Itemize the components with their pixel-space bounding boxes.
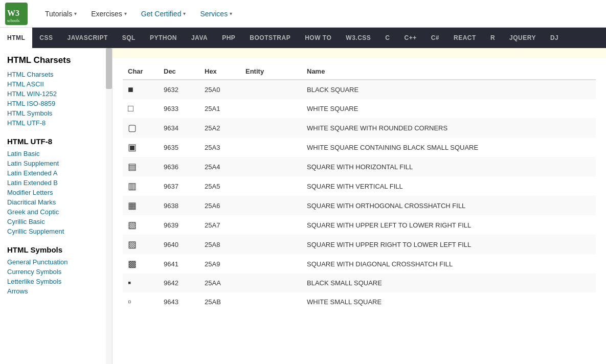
sidebar-link-html-ascii[interactable]: HTML ASCII — [7, 79, 112, 89]
cell-dec: 9637 — [159, 176, 199, 196]
sidebar-link-latin-supplement[interactable]: Latin Supplement — [7, 158, 112, 168]
table-row: ■963225A0BLACK SQUARE — [123, 80, 596, 99]
cell-dec: 9636 — [159, 157, 199, 176]
sidebar-link-currency-symbols[interactable]: Currency Symbols — [7, 267, 112, 277]
cell-entity — [240, 274, 302, 292]
cell-entity — [240, 254, 302, 274]
cell-name: WHITE SQUARE — [302, 99, 596, 118]
cell-name: WHITE SQUARE WITH ROUNDED CORNERS — [302, 118, 596, 138]
content-area: Char Dec Hex Entity Name ■963225A0BLACK … — [113, 48, 606, 364]
sec-nav-php[interactable]: PHP — [215, 28, 242, 48]
sidebar-link-html-win1252[interactable]: HTML WIN-1252 — [7, 89, 112, 99]
sec-nav-jquery[interactable]: JQUERY — [502, 28, 543, 48]
cell-hex: 25AA — [199, 274, 240, 292]
char-table: Char Dec Hex Entity Name ■963225A0BLACK … — [123, 63, 596, 311]
cell-hex: 25A6 — [199, 196, 240, 215]
cell-dec: 9633 — [159, 99, 199, 118]
sec-nav-react[interactable]: REACT — [446, 28, 483, 48]
cell-entity — [240, 138, 302, 157]
sec-nav-javascript[interactable]: JAVASCRIPT — [60, 28, 115, 48]
sidebar-link-cyrillic-supplement[interactable]: Cyrillic Supplement — [7, 226, 112, 236]
sidebar-link-general-punctuation[interactable]: General Punctuation — [7, 257, 112, 267]
cell-char: ▩ — [123, 254, 159, 274]
sec-nav-html[interactable]: HTML — [0, 28, 32, 48]
sec-nav-sql[interactable]: SQL — [115, 28, 143, 48]
col-header-entity: Entity — [240, 63, 302, 80]
content-header-bar — [113, 48, 606, 58]
sidebar-section-symbols-title: HTML Symbols — [7, 245, 112, 254]
sidebar-link-diacritical-marks[interactable]: Diacritical Marks — [7, 197, 112, 207]
cell-entity — [240, 215, 302, 235]
cell-char: ▪ — [123, 274, 159, 292]
cell-entity — [240, 292, 302, 311]
cell-hex: 25A9 — [199, 254, 240, 274]
sidebar-link-arrows[interactable]: Arrows — [7, 286, 112, 296]
sidebar-link-html-utf8[interactable]: HTML UTF-8 — [7, 118, 112, 128]
cell-entity — [240, 157, 302, 176]
cell-char: ■ — [123, 80, 159, 99]
sec-nav-w3css[interactable]: W3.CSS — [339, 28, 378, 48]
sec-nav-r[interactable]: R — [483, 28, 502, 48]
sec-nav-java[interactable]: JAVA — [184, 28, 215, 48]
scrollbar-track[interactable] — [106, 48, 112, 364]
cell-dec: 9640 — [159, 235, 199, 254]
cell-name: BLACK SQUARE — [302, 80, 596, 99]
sec-nav-c[interactable]: C — [378, 28, 397, 48]
cell-entity — [240, 99, 302, 118]
sidebar-link-greek-coptic[interactable]: Greek and Coptic — [7, 207, 112, 217]
sidebar-link-cyrillic-basic[interactable]: Cyrillic Basic — [7, 217, 112, 226]
sec-nav-howto[interactable]: HOW TO — [298, 28, 339, 48]
table-row: ▣963525A3WHITE SQUARE CONTAINING BLACK S… — [123, 138, 596, 157]
sidebar-link-letterlike-symbols[interactable]: Letterlike Symbols — [7, 277, 112, 286]
nav-get-certified[interactable]: Get Certified ▾ — [134, 0, 193, 28]
cell-dec: 9639 — [159, 215, 199, 235]
caret-icon: ▾ — [74, 0, 77, 28]
cell-name: SQUARE WITH HORIZONTAL FILL — [302, 157, 596, 176]
sec-nav-dj[interactable]: DJ — [543, 28, 566, 48]
sidebar-link-html-symbols[interactable]: HTML Symbols — [7, 108, 112, 118]
sidebar-link-latin-basic[interactable]: Latin Basic — [7, 149, 112, 158]
sec-nav-cpp[interactable]: C++ — [397, 28, 424, 48]
cell-hex: 25A1 — [199, 99, 240, 118]
scrollbar-thumb[interactable] — [106, 48, 112, 89]
sidebar-section-utf8-title: HTML UTF-8 — [7, 137, 112, 146]
svg-text:schools: schools — [7, 18, 19, 23]
table-row: ▤963625A4SQUARE WITH HORIZONTAL FILL — [123, 157, 596, 176]
cell-char: ▤ — [123, 157, 159, 176]
cell-entity — [240, 235, 302, 254]
sidebar-link-modifier-letters[interactable]: Modifier Letters — [7, 188, 112, 197]
nav-exercises[interactable]: Exercises ▾ — [84, 0, 134, 28]
table-row: ▫964325ABWHITE SMALL SQUARE — [123, 292, 596, 311]
caret-icon: ▾ — [124, 0, 127, 28]
sidebar-link-html-iso8859[interactable]: HTML ISO-8859 — [7, 99, 112, 108]
table-row: ▧963925A7SQUARE WITH UPPER LEFT TO LOWER… — [123, 215, 596, 235]
table-row: ▩964125A9SQUARE WITH DIAGONAL CROSSHATCH… — [123, 254, 596, 274]
sec-nav-bootstrap[interactable]: BOOTSTRAP — [242, 28, 298, 48]
logo[interactable]: W3 schools — [5, 3, 28, 25]
nav-services[interactable]: Services ▾ — [193, 0, 239, 28]
cell-entity — [240, 196, 302, 215]
cell-char: ▫ — [123, 292, 159, 311]
sidebar-link-html-charsets[interactable]: HTML Charsets — [7, 70, 112, 79]
table-row: ▢963425A2WHITE SQUARE WITH ROUNDED CORNE… — [123, 118, 596, 138]
cell-dec: 9642 — [159, 274, 199, 292]
cell-char: ▨ — [123, 235, 159, 254]
table-row: ▪964225AABLACK SMALL SQUARE — [123, 274, 596, 292]
sec-nav-csharp[interactable]: C# — [424, 28, 446, 48]
sidebar-link-latin-extended-b[interactable]: Latin Extended B — [7, 178, 112, 188]
cell-hex: 25AB — [199, 292, 240, 311]
sec-nav-python[interactable]: PYTHON — [143, 28, 184, 48]
cell-hex: 25A8 — [199, 235, 240, 254]
cell-char: □ — [123, 99, 159, 118]
cell-entity — [240, 176, 302, 196]
cell-dec: 9632 — [159, 80, 199, 99]
sidebar-link-latin-extended-a[interactable]: Latin Extended A — [7, 168, 112, 178]
sec-nav-css[interactable]: CSS — [32, 28, 60, 48]
nav-tutorials[interactable]: Tutorials ▾ — [38, 0, 84, 28]
cell-hex: 25A0 — [199, 80, 240, 99]
table-row: ▨964025A8SQUARE WITH UPPER RIGHT TO LOWE… — [123, 235, 596, 254]
cell-entity — [240, 118, 302, 138]
sidebar-main-title: HTML Charsets — [7, 55, 112, 65]
cell-hex: 25A3 — [199, 138, 240, 157]
cell-name: SQUARE WITH VERTICAL FILL — [302, 176, 596, 196]
